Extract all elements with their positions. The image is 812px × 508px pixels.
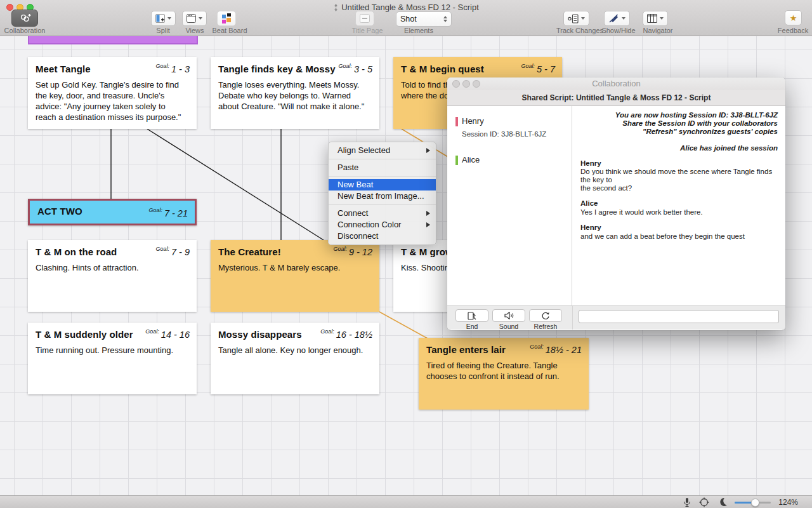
collaboration-button[interactable] [11,10,38,27]
chat-author: Henry [580,159,778,168]
chat-text: Do you think we should move the scene wh… [580,168,778,192]
beat-goal: Goal:7 - 9 [155,246,190,258]
menu-item-new-beat[interactable]: New Beat [329,179,436,190]
title-page-icon [360,14,370,23]
chat-message: Henry and we can add a beat before they … [580,224,778,241]
menu-separator [329,176,436,177]
collaboration-window: Collaboration Shared Script: Untitled Ta… [447,77,785,330]
collaboration-label: Collaboration [1,27,48,34]
zoom-level: 124% [778,498,798,507]
beat-card-the-creature[interactable]: The Creature! Goal:9 - 12 Mysterious. T … [211,240,379,312]
shared-script-label: Shared Script: Untitled Tangle & Moss FD… [447,90,785,106]
split-label: Split [146,27,180,34]
show-hide-button[interactable] [604,11,630,26]
menu-item-connection-color[interactable]: Connection Color [329,219,436,231]
beat-card-enters-lair[interactable]: Tangle enters lair Goal:18½ - 21 Tired o… [419,338,589,410]
beat-card-mossy-disappears[interactable]: Mossy disappears Goal:16 - 18½ Tangle al… [211,323,379,394]
end-session-button[interactable] [455,309,488,322]
refresh-button[interactable] [529,309,562,322]
participant-color-bar [455,117,458,126]
document-proxy-icon [333,4,339,11]
beat-goal: Goal:16 - 18½ [320,328,372,340]
context-menu: Align Selected Paste New Beat New Beat f… [328,142,436,245]
navigator-button[interactable] [643,11,668,26]
collaboration-titlebar[interactable]: Collaboration [447,77,785,90]
menu-item-disconnect[interactable]: Disconnect [329,231,436,242]
chat-author: Henry [580,224,778,232]
zoom-slider-thumb[interactable] [751,498,759,507]
title-page-button[interactable] [355,11,374,26]
act-one-card-edge[interactable] [28,36,198,44]
menu-item-paste[interactable]: Paste [329,162,436,173]
collaboration-window-title: Collaboration [447,77,785,90]
menu-separator [329,159,436,159]
collaboration-people-icon [18,13,31,23]
participant-henry[interactable]: Henry [455,116,572,126]
chevron-down-icon [167,17,171,20]
close-window-button[interactable] [452,80,460,88]
track-changes-button[interactable] [563,11,589,26]
menu-item-align-selected[interactable]: Align Selected [329,145,436,156]
chat-author: Alice [580,199,778,208]
chat-text: and we can add a beat before they begin … [580,232,778,241]
show-hide-icon [608,14,619,23]
target-icon[interactable] [699,497,709,507]
chat-text: Yes I agree it would work better there. [580,208,778,217]
beat-card-act-two[interactable]: ACT TWO Goal:7 - 21 [28,199,197,225]
sound-button[interactable] [492,309,525,322]
microphone-icon[interactable] [683,497,691,507]
toolbar: Untitled Tangle & Moss FD 12 - Script Co… [0,0,812,36]
chat-message: Alice Yes I agree it would work better t… [580,199,778,217]
submenu-arrow-icon [426,211,430,216]
views-label: Views [178,27,212,34]
participant-alice[interactable]: Alice [455,155,572,165]
feedback-button[interactable]: ★ [785,10,802,25]
split-button[interactable] [151,11,176,26]
minimize-window-button[interactable] [462,80,470,88]
refresh-button-label: Refresh [529,323,562,330]
beat-goal: Goal:3 - 5 [338,63,372,75]
title-page-label: Title Page [350,27,385,34]
menu-item-new-beat-from-image[interactable]: New Beat from Image... [329,190,436,202]
elements-select[interactable]: Shot [396,11,452,27]
zoom-window-button[interactable] [473,80,480,88]
beat-goal: Goal:1 - 3 [155,63,190,75]
beat-card-meet-tangle[interactable]: Meet Tangle Goal:1 - 3 Set up Gold Key. … [28,57,197,129]
feedback-label: Feedback [775,27,811,34]
chat-message: Henry Do you think we should move the sc… [580,159,778,193]
chat-input[interactable] [579,310,779,323]
zoom-slider[interactable] [735,502,771,504]
beat-body: Tired of fleeing the Creature. Tangle ch… [426,361,581,382]
participant-color-bar [455,156,458,165]
chevron-down-icon [622,17,625,20]
chevron-down-icon [581,17,585,20]
views-button[interactable] [182,11,207,26]
elements-selected-value: Shot [400,15,417,23]
submenu-arrow-icon [426,222,430,227]
window-title: Untitled Tangle & Moss FD 12 - Script [0,3,812,12]
app-window: Untitled Tangle & Moss FD 12 - Script Co… [0,0,812,508]
refresh-icon [541,312,550,320]
beat-card-on-the-road[interactable]: T & M on the road Goal:7 - 9 Clashing. H… [28,240,197,312]
participants-panel: Henry Session ID: 3J8-BLLT-6JZ Alice [447,106,572,305]
beat-card-tangle-finds-key[interactable]: Tangle finds key & Mossy Goal:3 - 5 Tang… [211,57,379,129]
navigator-icon [647,14,657,23]
beat-board-button[interactable] [217,11,236,26]
dark-mode-moon-icon[interactable] [719,497,728,507]
beat-goal: Goal:9 - 12 [333,246,372,258]
beat-goal: Goal:18½ - 21 [530,344,582,356]
elements-label: Elements [400,27,438,34]
track-changes-icon [568,14,579,23]
menu-item-connect[interactable]: Connect [329,208,436,219]
beat-body: Set up Gold Key. Tangle's desire to find… [36,80,189,123]
beat-body: Mysterious. T & M barely escape. [218,263,372,274]
end-button-label: End [455,323,488,330]
sound-button-label: Sound [492,323,525,330]
system-message: Share the Session ID with your collabora… [580,119,778,128]
chevron-down-icon [199,17,202,20]
chevron-down-icon [660,17,664,20]
menu-separator [329,204,436,205]
participant-name: Henry [462,116,484,126]
beat-card-suddenly-older[interactable]: T & M suddenly older Goal:14 - 16 Time r… [28,323,197,394]
views-icon [187,14,196,23]
